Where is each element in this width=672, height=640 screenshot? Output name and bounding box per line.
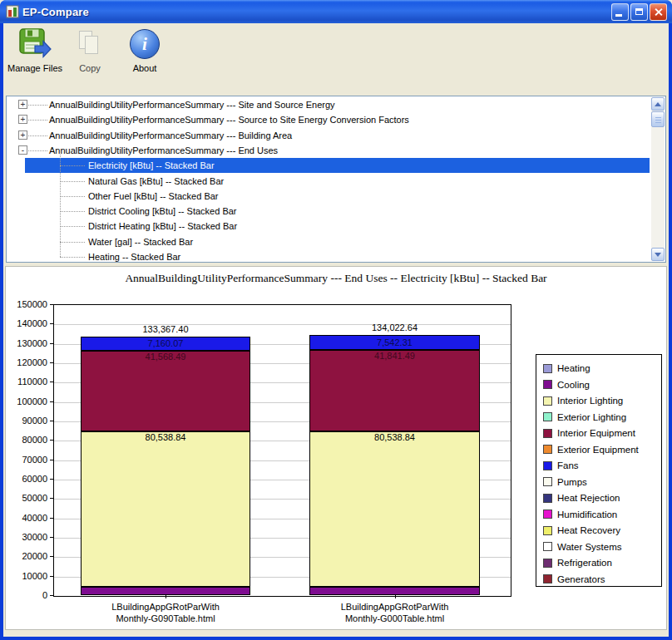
y-axis-tick xyxy=(50,440,53,441)
tree-connector xyxy=(28,135,47,136)
legend-swatch xyxy=(543,510,552,519)
tree-item[interactable]: District Heating [kBtu] -- Stacked Bar xyxy=(7,219,651,234)
legend-swatch xyxy=(543,445,552,454)
expand-icon[interactable]: + xyxy=(18,130,27,140)
legend-swatch xyxy=(543,574,552,583)
minimize-button[interactable] xyxy=(611,3,629,21)
y-axis-tick xyxy=(50,382,53,382)
minimize-icon xyxy=(615,14,622,17)
y-axis-tick xyxy=(50,518,53,519)
y-axis-tick xyxy=(50,362,53,363)
y-axis-tick-label: 120000 xyxy=(6,357,47,367)
copy-icon xyxy=(68,25,111,63)
legend-label: Refrigeration xyxy=(557,558,612,568)
tree-connector xyxy=(28,150,47,151)
bar-segment-interior-equipment xyxy=(309,350,480,431)
x-axis-tick xyxy=(395,595,396,598)
tree-item-label: Water [gal] -- Stacked Bar xyxy=(86,234,195,249)
scroll-up-button[interactable] xyxy=(651,97,665,111)
legend-item: Water Systems xyxy=(543,539,622,554)
tree-item-label: AnnualBuildingUtilityPerformanceSummary … xyxy=(47,112,412,127)
tree-item[interactable]: +AnnualBuildingUtilityPerformanceSummary… xyxy=(7,112,651,127)
close-button[interactable] xyxy=(650,3,667,21)
legend-label: Humidification xyxy=(557,510,617,519)
legend-item: Cooling xyxy=(543,377,590,392)
manage-files-button[interactable]: Manage Files xyxy=(7,25,63,81)
tree-item[interactable]: District Cooling [kBtu] -- Stacked Bar xyxy=(7,204,651,219)
legend-label: Exterior Equipment xyxy=(557,445,639,455)
tree-item-label: AnnualBuildingUtilityPerformanceSummary … xyxy=(47,128,294,143)
legend-label: Interior Lighting xyxy=(557,396,623,406)
title-bar[interactable]: EP-Compare xyxy=(0,0,672,23)
expand-icon[interactable]: + xyxy=(18,100,27,109)
y-axis-tick-label: 20000 xyxy=(6,551,47,561)
window-title: EP-Compare xyxy=(22,6,89,18)
legend-label: Interior Equipment xyxy=(557,428,635,438)
legend-item: Heat Recovery xyxy=(543,523,620,538)
scroll-up-icon xyxy=(655,102,661,106)
y-axis-tick-label: 60000 xyxy=(6,474,47,484)
bar-segment-value-label: 7,542.31 xyxy=(309,337,480,347)
tree-item-label: AnnualBuildingUtilityPerformanceSummary … xyxy=(47,143,280,158)
collapse-icon[interactable]: - xyxy=(18,145,27,155)
y-axis-tick xyxy=(50,595,53,596)
legend-label: Exterior Lighting xyxy=(557,412,626,422)
tree-connector xyxy=(60,226,85,227)
x-axis-category-label: LBuildingAppGRotParWith Monthly-G090Tabl… xyxy=(74,601,257,624)
legend-swatch xyxy=(543,364,552,373)
tree-item[interactable]: Heating -- Stacked Bar xyxy=(7,249,651,262)
legend-label: Heat Recovery xyxy=(557,525,620,535)
bar-segment-cooling xyxy=(81,587,250,595)
tree-item[interactable]: Natural Gas [kBtu] -- Stacked Bar xyxy=(7,174,651,189)
y-axis-tick xyxy=(50,498,53,499)
chart-panel: AnnualBuildingUtilityPerformanceSummary … xyxy=(5,266,667,630)
bar-segment-interior-lighting xyxy=(81,431,250,588)
legend-item: Heat Rejection xyxy=(543,490,620,505)
tree-item-label: Other Fuel [kBtu] -- Stacked Bar xyxy=(86,189,221,204)
app-icon xyxy=(6,5,19,18)
legend-item: Refrigeration xyxy=(543,555,612,570)
copy-button[interactable]: Copy xyxy=(68,25,111,81)
scroll-down-button[interactable] xyxy=(651,248,665,261)
y-axis-tick xyxy=(50,556,53,557)
chart-legend: HeatingCoolingInterior LightingExterior … xyxy=(536,354,662,587)
y-axis-tick xyxy=(50,479,53,480)
y-axis-tick-label: 110000 xyxy=(6,377,47,386)
scrollbar-thumb[interactable] xyxy=(651,111,665,127)
bar-segment-value-label: 41,841.49 xyxy=(309,351,480,361)
copy-label: Copy xyxy=(68,63,111,73)
maximize-button[interactable] xyxy=(630,3,648,21)
tree-item-label: Heating -- Stacked Bar xyxy=(86,249,183,262)
tree-rows: +AnnualBuildingUtilityPerformanceSummary… xyxy=(7,96,651,262)
legend-swatch xyxy=(543,477,552,486)
window-frame: EP-Compare Manage Files xyxy=(0,0,672,640)
y-axis-tick xyxy=(50,460,53,460)
tree-item[interactable]: Water [gal] -- Stacked Bar xyxy=(7,234,651,249)
legend-swatch xyxy=(543,526,552,535)
legend-label: Heating xyxy=(557,363,590,373)
bar-segment-value-label: 80,538.84 xyxy=(81,432,250,442)
about-icon: i xyxy=(120,25,170,63)
about-button[interactable]: i About xyxy=(120,25,170,81)
y-axis-tick xyxy=(50,304,53,305)
y-axis-tick-label: 0 xyxy=(6,590,47,600)
legend-swatch xyxy=(543,542,552,551)
x-axis-category-label: LBuildingAppGRotParWith Monthly-G000Tabl… xyxy=(304,601,487,624)
y-axis-tick-label: 150000 xyxy=(6,299,47,309)
legend-swatch xyxy=(543,494,552,503)
tree-item-label: District Cooling [kBtu] -- Stacked Bar xyxy=(86,204,240,219)
tree-scrollbar[interactable] xyxy=(651,97,665,261)
tree-connector xyxy=(28,105,47,106)
tree-item[interactable]: +AnnualBuildingUtilityPerformanceSummary… xyxy=(7,128,651,143)
tree-item[interactable]: -AnnualBuildingUtilityPerformanceSummary… xyxy=(7,143,651,158)
legend-item: Pumps xyxy=(543,475,587,490)
tree-item[interactable]: Electricity [kBtu] -- Stacked Bar xyxy=(7,158,651,173)
tree-item[interactable]: Other Fuel [kBtu] -- Stacked Bar xyxy=(7,189,651,204)
window-controls xyxy=(611,3,667,21)
tree-branch-line xyxy=(60,155,61,257)
manage-files-label: Manage Files xyxy=(7,63,63,73)
expand-icon[interactable]: + xyxy=(18,115,27,124)
tree-item[interactable]: +AnnualBuildingUtilityPerformanceSummary… xyxy=(7,97,651,112)
legend-swatch xyxy=(543,396,552,406)
tree-connector xyxy=(60,181,85,182)
